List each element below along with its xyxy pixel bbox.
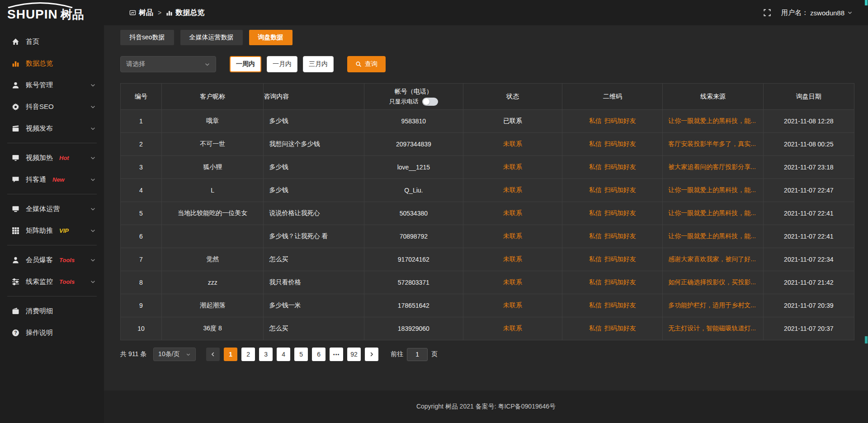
screen-icon — [12, 154, 19, 162]
source-link[interactable]: 如何正确选择投影仪，买投影... — [668, 278, 756, 286]
sidebar-item-home[interactable]: 首页 — [0, 31, 104, 52]
page-button-1[interactable]: 1 — [224, 348, 237, 361]
sidebar-item-operation-guide[interactable]: ?操作说明 — [0, 322, 104, 343]
qr-scan-add-friend-link[interactable]: 扫码加好友 — [604, 324, 636, 332]
goto-label: 前往 — [391, 350, 403, 358]
cell-account: 70898792 — [364, 225, 463, 248]
page-button-5[interactable]: 5 — [294, 348, 308, 361]
qr-scan-add-friend-link[interactable]: 扫码加好友 — [604, 163, 636, 170]
qr-private-message-link[interactable]: 私信 — [589, 278, 602, 286]
qr-scan-add-friend-link[interactable]: 扫码加好友 — [604, 209, 636, 216]
sidebar-item-label: 操作说明 — [26, 329, 53, 337]
tab-douyin-seo-data[interactable]: 抖音seo数据 — [120, 30, 174, 45]
source-link[interactable]: 无主灯设计，智能磁吸轨道灯... — [668, 324, 756, 332]
cell-status: 未联系 — [463, 133, 562, 156]
page-button-2[interactable]: 2 — [241, 348, 255, 361]
chevron-down-icon — [90, 279, 96, 285]
page-size-select[interactable]: 10条/页 — [153, 348, 196, 361]
chevron-down-icon — [90, 257, 96, 263]
sidebar-item-video-heating[interactable]: 视频加热Hot — [0, 147, 104, 169]
filter-bar: 请选择 一周内一月内三月内 查询 — [120, 56, 854, 72]
phone-only-toggle[interactable] — [422, 98, 438, 106]
source-link[interactable]: 让你一眼就爱上的黑科技，能... — [668, 117, 756, 124]
qr-scan-add-friend-link[interactable]: 扫码加好友 — [604, 255, 636, 263]
qr-scan-add-friend-link[interactable]: 扫码加好友 — [604, 232, 636, 240]
qr-private-message-link[interactable]: 私信 — [589, 209, 602, 216]
sidebar-item-doukotong[interactable]: 抖客通New — [0, 169, 104, 190]
logo-en: SHUPIN — [7, 7, 58, 21]
breadcrumb-item-data-overview[interactable]: 数据总览 — [166, 8, 204, 18]
source-link[interactable]: 被大家追着问的客厅投影分享... — [668, 163, 756, 170]
qr-private-message-link[interactable]: 私信 — [589, 255, 602, 263]
chevron-down-icon — [204, 61, 210, 67]
cell-date: 2021-11-07 22:41 — [763, 202, 854, 225]
cell-nickname: 潮起潮落 — [161, 294, 264, 317]
page-button-4[interactable]: 4 — [277, 348, 290, 361]
qr-private-message-link[interactable]: 私信 — [589, 140, 602, 147]
range-button-three-months[interactable]: 三月内 — [303, 56, 334, 72]
qr-private-message-link[interactable]: 私信 — [589, 117, 602, 124]
sidebar-item-data-overview[interactable]: 数据总览 — [0, 52, 104, 74]
more-pages-button[interactable]: ••• — [330, 348, 343, 361]
qr-private-message-link[interactable]: 私信 — [589, 324, 602, 332]
sliders-icon — [12, 278, 19, 286]
pagination-total: 共 911 条 — [120, 350, 146, 358]
sidebar-item-clue-monitor[interactable]: 线索监控Tools — [0, 271, 104, 292]
page-button-3[interactable]: 3 — [259, 348, 273, 361]
source-link[interactable]: 让你一眼就爱上的黑科技，能... — [668, 209, 756, 216]
tab-media-operation-data[interactable]: 全媒体运营数据 — [180, 30, 243, 45]
source-link[interactable]: 让你一眼就爱上的黑科技，能... — [668, 232, 756, 240]
source-link[interactable]: 感谢大家喜欢我家，被问了好... — [668, 255, 756, 263]
source-link[interactable]: 让你一眼就爱上的黑科技，能... — [668, 186, 756, 193]
prev-page-button[interactable] — [206, 348, 220, 361]
qr-scan-add-friend-link[interactable]: 扫码加好友 — [604, 117, 636, 124]
chevron-down-icon — [90, 177, 96, 183]
page-button-92[interactable]: 92 — [347, 348, 361, 361]
col-source: 线索来源 — [663, 84, 763, 110]
range-button-one-week[interactable]: 一周内 — [230, 56, 261, 72]
video-icon — [12, 125, 19, 132]
cell-nickname: 觉然 — [161, 248, 264, 271]
qr-private-message-link[interactable]: 私信 — [589, 186, 602, 193]
qr-private-message-link[interactable]: 私信 — [589, 232, 602, 240]
sidebar-item-video-publish[interactable]: 视频发布 — [0, 118, 104, 139]
cell-source: 多功能护栏灯，适用于乡村文... — [663, 294, 763, 317]
cell-date: 2021-11-07 21:42 — [763, 271, 854, 294]
source-link[interactable]: 客厅安装投影半年多了，真实... — [668, 140, 756, 147]
account-select[interactable]: 请选择 — [120, 56, 216, 72]
sidebar-item-matrix-boost[interactable]: 矩阵助推VIP — [0, 220, 104, 241]
qr-private-message-link[interactable]: 私信 — [589, 301, 602, 309]
source-link[interactable]: 多功能护栏灯，适用于乡村文... — [668, 301, 756, 309]
search-button[interactable]: 查询 — [347, 56, 386, 72]
qr-scan-add-friend-link[interactable]: 扫码加好友 — [604, 301, 636, 309]
qr-private-message-link[interactable]: 私信 — [589, 163, 602, 170]
cell-nickname: 哦章 — [161, 110, 264, 133]
col-nickname: 客户昵称 — [161, 84, 264, 110]
sidebar-item-douyin-seo[interactable]: 抖音SEO — [0, 96, 104, 118]
scrollbar[interactable] — [864, 0, 868, 423]
range-button-one-month[interactable]: 一月内 — [267, 56, 297, 72]
breadcrumb-item-shupin[interactable]: 树品 — [129, 8, 153, 18]
cell-source: 让你一眼就爱上的黑科技，能... — [663, 202, 763, 225]
fullscreen-icon[interactable] — [763, 9, 771, 17]
topbar: 树品>数据总览 用户名：zswodun88 — [104, 0, 868, 25]
status-badge: 未联系 — [503, 163, 522, 170]
qr-scan-add-friend-link[interactable]: 扫码加好友 — [604, 186, 636, 193]
user-icon — [12, 81, 19, 89]
sidebar-item-member-baoke[interactable]: 会员爆客Tools — [0, 249, 104, 271]
sidebar-item-account-management[interactable]: 账号管理 — [0, 74, 104, 96]
sidebar-badge: Tools — [59, 278, 75, 285]
goto-page-input[interactable] — [407, 348, 428, 361]
sidebar-item-label: 视频发布 — [26, 124, 53, 133]
page-button-6[interactable]: 6 — [312, 348, 326, 361]
qr-scan-add-friend-link[interactable]: 扫码加好友 — [604, 278, 636, 286]
user-menu[interactable]: 用户名：zswodun88 — [781, 9, 853, 17]
chevron-left-icon — [210, 352, 216, 357]
logo-text: SHUPIN树品 — [7, 7, 84, 23]
next-page-button[interactable] — [365, 348, 378, 361]
tab-inquiry-data[interactable]: 询盘数据 — [249, 30, 292, 45]
logo[interactable]: SHUPIN树品 — [0, 0, 104, 26]
qr-scan-add-friend-link[interactable]: 扫码加好友 — [604, 140, 636, 147]
sidebar-item-media-operation[interactable]: 全媒体运营 — [0, 198, 104, 220]
sidebar-item-consumption-detail[interactable]: 消费明细 — [0, 300, 104, 322]
